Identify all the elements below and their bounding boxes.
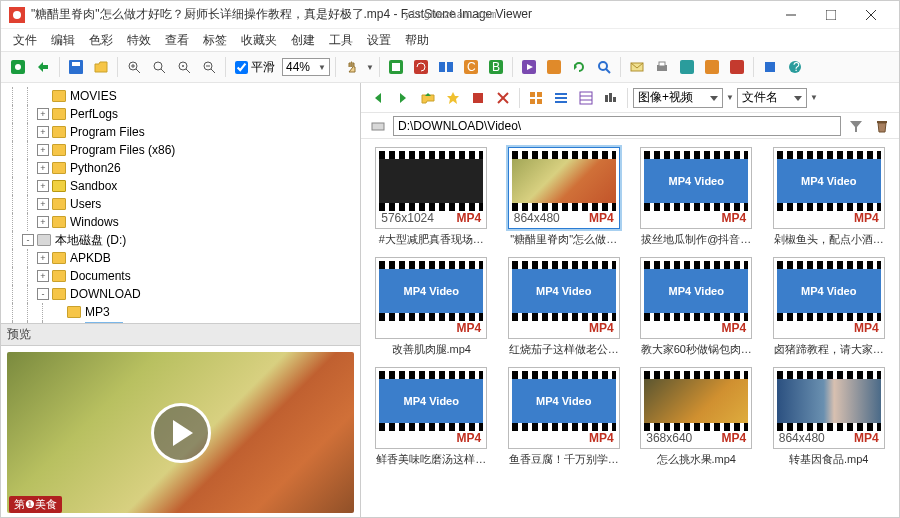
tree-row[interactable]: +Python26 (3, 159, 358, 177)
tool-email-button[interactable] (626, 56, 648, 78)
path-input[interactable]: D:\DOWNLOAD\Video\ (393, 116, 841, 136)
tree-row[interactable]: -本地磁盘 (D:) (3, 231, 358, 249)
view-thumb-button[interactable] (525, 87, 547, 109)
thumbnail-item[interactable]: MP4 VideoMP4卤猪蹄教程，请大家… (767, 257, 892, 357)
folder-tree[interactable]: MOVIES+PerfLogs+Program Files+Program Fi… (1, 83, 360, 323)
thumbnail-grid[interactable]: 576x1024MP4#大型减肥真香现场…864x480MP4"糖醋里脊肉"怎么… (361, 139, 899, 518)
tool-help-button[interactable]: ? (784, 56, 806, 78)
tool-settings-button[interactable] (759, 56, 781, 78)
smooth-check-input[interactable] (235, 61, 248, 74)
preview-pane[interactable]: 第❶美食 (1, 346, 360, 518)
zoom-combo[interactable]: 44%▼ (282, 58, 330, 76)
menu-create[interactable]: 创建 (285, 30, 321, 51)
thumbnail-item[interactable]: MP4 VideoMP4鱼香豆腐！千万别学… (502, 367, 627, 467)
thumbnail-item[interactable]: 368x640MP4怎么挑水果.mp4 (634, 367, 759, 467)
thumb-caption: "糖醋里脊肉"怎么做… (506, 232, 622, 247)
thumbnail-item[interactable]: MP4 VideoMP4教大家60秒做锅包肉… (634, 257, 759, 357)
thumbnail-item[interactable]: MP4 VideoMP4拔丝地瓜制作@抖音… (634, 147, 759, 247)
tool-slideshow-button[interactable] (518, 56, 540, 78)
save-button[interactable] (65, 56, 87, 78)
tool-wall-button[interactable] (676, 56, 698, 78)
tree-row[interactable]: +Program Files (3, 123, 358, 141)
view-list-button[interactable] (550, 87, 572, 109)
expand-icon[interactable]: + (37, 126, 49, 138)
menu-settings[interactable]: 设置 (361, 30, 397, 51)
expand-icon[interactable]: - (37, 288, 49, 300)
tree-row[interactable]: +Sandbox (3, 177, 358, 195)
drive-icon[interactable] (367, 115, 389, 137)
menu-tags[interactable]: 标签 (197, 30, 233, 51)
expand-icon[interactable]: + (37, 144, 49, 156)
view-size-button[interactable] (600, 87, 622, 109)
filter-combo[interactable]: 图像+视频 (633, 88, 723, 108)
expand-icon[interactable]: + (37, 252, 49, 264)
tool-rotate-button[interactable] (410, 56, 432, 78)
acquire-button[interactable] (7, 56, 29, 78)
tool-print-button[interactable] (651, 56, 673, 78)
forward-button[interactable] (392, 87, 414, 109)
menu-file[interactable]: 文件 (7, 30, 43, 51)
tree-row[interactable]: +Documents (3, 267, 358, 285)
fav-button[interactable] (442, 87, 464, 109)
up-button[interactable] (417, 87, 439, 109)
tool-strip-button[interactable] (726, 56, 748, 78)
nav-button[interactable] (32, 56, 54, 78)
thumb-frame: MP4 VideoMP4 (773, 147, 885, 229)
tool-refresh-button[interactable] (568, 56, 590, 78)
thumbnail-item[interactable]: MP4 VideoMP4鲜香美味吃磨汤这样… (369, 367, 494, 467)
expand-icon[interactable]: + (37, 162, 49, 174)
expand-icon[interactable]: + (37, 108, 49, 120)
thumbnail-item[interactable]: 864x480MP4"糖醋里脊肉"怎么做… (502, 147, 627, 247)
open-button[interactable] (90, 56, 112, 78)
close-button[interactable] (851, 1, 891, 29)
menu-favorites[interactable]: 收藏夹 (235, 30, 283, 51)
menu-help[interactable]: 帮助 (399, 30, 435, 51)
tree-row[interactable]: MOVIES (3, 87, 358, 105)
menu-effects[interactable]: 特效 (121, 30, 157, 51)
tree-row[interactable]: +APKDB (3, 249, 358, 267)
tool-color-button[interactable]: C (460, 56, 482, 78)
menu-color[interactable]: 色彩 (83, 30, 119, 51)
menu-tools[interactable]: 工具 (323, 30, 359, 51)
tree-row[interactable]: +Windows (3, 213, 358, 231)
zoom-in-button[interactable] (123, 56, 145, 78)
zoom-fit-button[interactable] (173, 56, 195, 78)
expand-icon[interactable]: + (37, 270, 49, 282)
back-button[interactable] (367, 87, 389, 109)
tree-row[interactable]: +Program Files (x86) (3, 141, 358, 159)
menu-edit[interactable]: 编辑 (45, 30, 81, 51)
trash-icon[interactable] (871, 115, 893, 137)
tree-row[interactable]: +Users (3, 195, 358, 213)
tool-search-button[interactable] (593, 56, 615, 78)
filter-icon[interactable] (845, 115, 867, 137)
zoom-out-button[interactable] (198, 56, 220, 78)
hand-tool-button[interactable] (341, 56, 363, 78)
smooth-checkbox[interactable]: 平滑 (235, 59, 275, 76)
thumbnail-item[interactable]: 864x480MP4转基因食品.mp4 (767, 367, 892, 467)
minimize-button[interactable] (771, 1, 811, 29)
thumbnail-item[interactable]: MP4 VideoMP4改善肌肉腿.mp4 (369, 257, 494, 357)
thumbnail-item[interactable]: 576x1024MP4#大型减肥真香现场… (369, 147, 494, 247)
expand-icon[interactable]: - (22, 234, 34, 246)
thumbnail-item[interactable]: MP4 VideoMP4红烧茄子这样做老公… (502, 257, 627, 357)
sort-combo[interactable]: 文件名 (737, 88, 807, 108)
tool-contact-button[interactable] (701, 56, 723, 78)
menu-view[interactable]: 查看 (159, 30, 195, 51)
expand-icon[interactable]: + (37, 180, 49, 192)
tool-fs-button[interactable] (385, 56, 407, 78)
maximize-button[interactable] (811, 1, 851, 29)
expand-icon[interactable]: + (37, 198, 49, 210)
zoom-actual-button[interactable] (148, 56, 170, 78)
tool-convert-button[interactable] (543, 56, 565, 78)
tag-clear-button[interactable] (492, 87, 514, 109)
tool-batch-button[interactable]: B (485, 56, 507, 78)
tag-red-button[interactable] (467, 87, 489, 109)
expand-icon[interactable]: + (37, 216, 49, 228)
play-icon[interactable] (151, 403, 211, 463)
tree-row[interactable]: MP3 (3, 303, 358, 321)
tool-compare-button[interactable] (435, 56, 457, 78)
tree-row[interactable]: +PerfLogs (3, 105, 358, 123)
thumbnail-item[interactable]: MP4 VideoMP4剁椒鱼头，配点小酒… (767, 147, 892, 247)
view-detail-button[interactable] (575, 87, 597, 109)
tree-row[interactable]: -DOWNLOAD (3, 285, 358, 303)
